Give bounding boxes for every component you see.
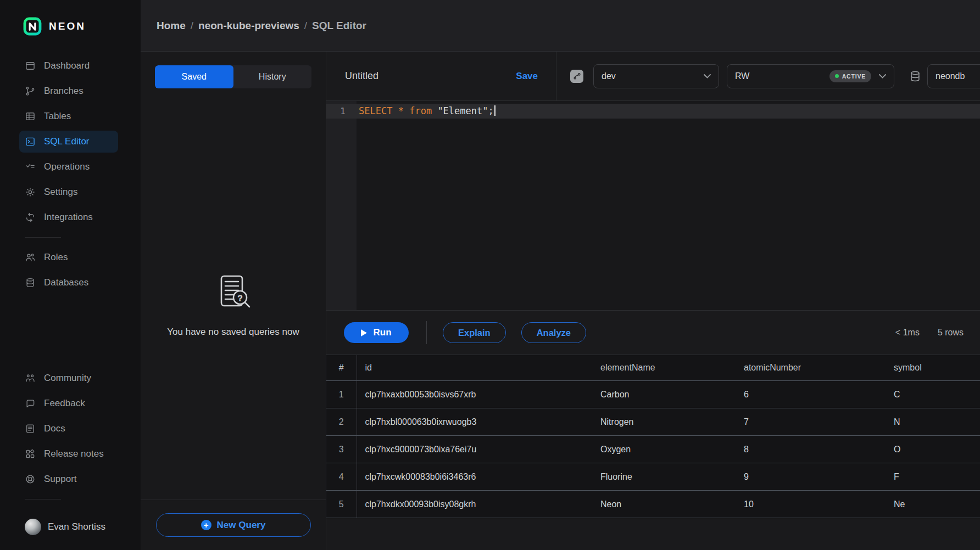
database-select[interactable]: neondb [927,64,980,88]
run-button[interactable]: Run [344,322,409,343]
sidebar-item-support[interactable]: Support [19,468,118,490]
text-cursor [494,105,495,116]
roles-icon [25,252,36,263]
table-cell: Neon [592,491,736,518]
status-badge: ACTIVE [829,70,871,82]
result-meta: < 1ms 5 rows [895,328,964,338]
user-menu[interactable]: Evan Shortiss [19,516,118,538]
tab-saved[interactable]: Saved [155,65,233,88]
table-cell: F [886,463,980,491]
table-cell: 10 [736,491,886,518]
neon-logo-icon [23,17,42,36]
compute-select-value: RW [735,71,749,81]
sidebar-item-operations[interactable]: Operations [19,156,118,178]
breadcrumb-current-page: SQL Editor [312,20,366,32]
status-label: ACTIVE [842,73,866,80]
sidebar-item-label: Feedback [44,398,85,409]
sidebar-item-tables[interactable]: Tables [19,105,118,127]
sidebar-item-label: Tables [44,111,71,122]
table-cell: 9 [736,463,886,491]
chevron-down-icon [704,74,711,78]
query-title[interactable]: Untitled [345,70,378,82]
column-header-id: id [357,355,592,381]
sidebar-secondary-nav: CommunityFeedbackDocsRelease notesSuppor… [0,367,141,493]
sql-editor[interactable]: 1 SELECT * from "Element"; [326,101,980,310]
line-number: 1 [326,106,357,116]
sidebar-item-integrations[interactable]: Integrations [19,206,118,228]
sidebar-item-label: Databases [44,277,88,288]
new-query-label: New Query [217,520,266,531]
table-cell: Fluorine [592,463,736,491]
sidebar-item-dashboard[interactable]: Dashboard [19,55,118,77]
plus-icon: + [201,520,211,530]
table-cell: 5 [326,491,357,518]
new-query-button[interactable]: + New Query [156,513,311,537]
table-cell: Nitrogen [592,408,736,436]
operations-icon [25,161,36,172]
database-icon [909,70,922,83]
table-cell: 2 [326,408,357,436]
sidebar-item-databases[interactable]: Databases [19,272,118,294]
table-cell: clp7hxcwk00083b0i6i3463r6 [357,463,592,491]
chevron-down-icon [879,74,886,78]
sidebar-divider [25,237,61,238]
sidebar-item-release-notes[interactable]: Release notes [19,443,118,465]
breadcrumb-separator: / [304,20,307,32]
editor-controls: dev RW ACTIVE [556,52,980,100]
editor-column: Untitled Save dev [326,52,980,550]
sidebar-item-label: Roles [44,252,68,263]
table-row: 2clp7hxbl000063b0ixrwuogb3Nitrogen7N [326,408,980,436]
empty-state: ? You have no saved queries now [141,88,326,500]
sidebar-item-branches[interactable]: Branches [19,80,118,102]
branch-select[interactable]: dev [593,64,719,88]
sidebar-item-roles[interactable]: Roles [19,246,118,268]
table-cell: clp7hxc9000073b0ixa76ei7u [357,436,592,463]
table-cell: 4 [326,463,357,491]
user-name: Evan Shortiss [48,521,105,532]
sidebar-item-label: Release notes [44,448,104,459]
databases-icon [25,277,36,288]
breadcrumb-project[interactable]: neon-kube-previews [198,20,299,32]
sidebar: NEON DashboardBranchesTablesSQL EditorOp… [0,0,141,550]
sidebar-item-label: SQL Editor [44,136,90,147]
row-count: 5 rows [938,328,964,338]
explain-button[interactable]: Explain [443,322,506,343]
analyze-button[interactable]: Analyze [521,322,586,343]
branch-icon [570,70,583,83]
code-line: SELECT * from "Element"; [359,105,495,116]
feedback-icon [25,398,36,409]
sidebar-item-community[interactable]: Community [19,367,118,389]
column-header-atomicnumber: atomicNumber [736,355,886,381]
sidebar-item-label: Community [44,373,91,384]
sidebar-item-label: Operations [44,161,90,172]
sidebar-item-settings[interactable]: Settings [19,181,118,203]
sidebar-item-label: Settings [44,187,77,198]
actions-divider [426,321,427,344]
table-cell: Oxygen [592,436,736,463]
query-title-zone: Untitled Save [326,52,556,100]
column-header-symbol: symbol [886,355,980,381]
breadcrumb-home[interactable]: Home [157,20,186,32]
editor-gutter [326,101,357,310]
table-cell: C [886,381,980,408]
compute-select[interactable]: RW ACTIVE [727,64,894,88]
sidebar-item-sql-editor[interactable]: SQL Editor [19,131,118,153]
brand-wordmark: NEON [49,20,86,32]
play-icon [361,329,367,336]
sidebar-item-feedback[interactable]: Feedback [19,392,118,414]
svg-text:?: ? [237,293,242,302]
tables-icon [25,111,36,122]
sidebar-primary-nav: DashboardBranchesTablesSQL EditorOperati… [0,55,141,297]
sidebar-item-docs[interactable]: Docs [19,418,118,440]
release-notes-icon [25,448,36,459]
no-saved-queries-icon: ? [213,273,254,315]
branches-icon [25,86,36,97]
tab-history[interactable]: History [233,65,312,88]
save-button[interactable]: Save [516,71,538,82]
brand-logo[interactable]: NEON [0,0,141,37]
breadcrumb-separator: / [191,20,193,32]
results-area: #idelementNameatomicNumbersymbol1clp7hxa… [326,355,980,550]
table-row: 3clp7hxc9000073b0ixa76ei7uOxygen8O [326,436,980,463]
table-cell: 7 [736,408,886,436]
integrations-icon [25,212,36,223]
